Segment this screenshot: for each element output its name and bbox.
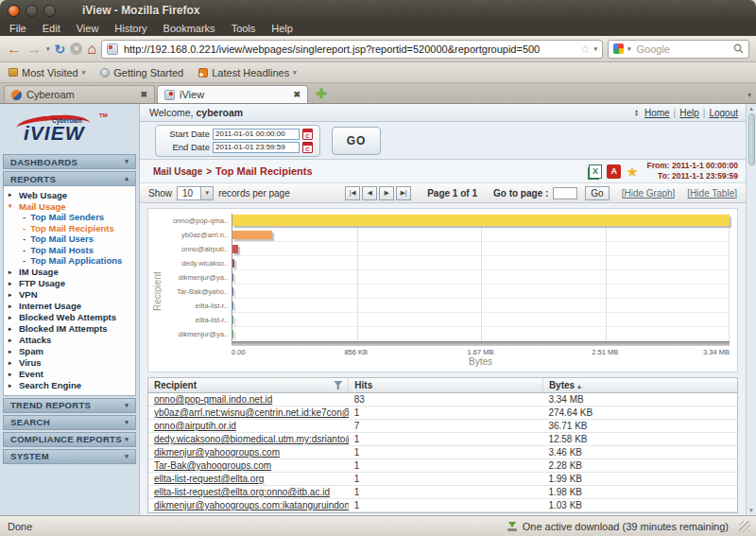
sidebar-item-im-usage[interactable]: ▸IM Usage (6, 267, 133, 278)
scroll-down-icon[interactable]: ▼ (748, 506, 754, 515)
chart-bar[interactable] (232, 215, 730, 226)
sidebar-item-top-mail-senders[interactable]: -Top Mail Senders (6, 212, 133, 223)
export-excel-icon[interactable]: X (589, 164, 602, 179)
search-input[interactable] (635, 43, 730, 56)
chart-bar[interactable] (232, 259, 234, 268)
recipient-link[interactable]: dikmenjur@yahoogroups.com:ikatanguruindo… (154, 500, 349, 510)
sidebar-item-event[interactable]: ▸Event (6, 369, 133, 380)
chart-bar[interactable] (232, 330, 233, 338)
search-icon[interactable] (733, 43, 744, 54)
url-bar[interactable]: ☆ ▾ (101, 40, 603, 59)
sidebar-item-top-mail-hosts[interactable]: -Top Mail Hosts (6, 245, 133, 256)
window-minimize-button[interactable] (26, 5, 38, 17)
tab-cyberoam[interactable]: Cyberoam ✖ (4, 85, 155, 103)
forward-icon[interactable]: → (26, 42, 42, 57)
home-icon[interactable]: ⌂ (87, 42, 96, 57)
chart-bar[interactable] (232, 287, 233, 296)
goto-page-button[interactable]: Go (585, 186, 609, 200)
reload-icon[interactable]: ↻ (55, 43, 66, 56)
sidebar-item-attacks[interactable]: ▸Attacks (6, 335, 133, 346)
bookmark-latest-headlines[interactable]: Latest Headlines ▾ (198, 67, 296, 78)
recipient-link[interactable]: yb0az@arrl.net:wisnu@centrin.net.id:ke7c… (154, 407, 349, 418)
recipient-link[interactable]: dedy.wicaksono@biomedical.utm.my:dsriant… (154, 434, 349, 444)
calendar-icon[interactable]: C (302, 129, 313, 140)
go-button[interactable]: GO (332, 127, 381, 155)
recipient-link[interactable]: ellta-list-request@ellta.org (154, 474, 264, 484)
menu-history[interactable]: History (114, 23, 146, 34)
sidebar-item-search-engine[interactable]: ▸Search Engine (6, 380, 133, 391)
sidebar-section-system[interactable]: SYSTEM ▾ (3, 449, 136, 464)
sidebar-section-dashboards[interactable]: DASHBOARDS ▾ (3, 154, 136, 169)
favorite-star-icon[interactable]: ★ (626, 164, 638, 179)
sidebar-item-spam[interactable]: ▸Spam (6, 346, 133, 357)
sidebar-item-internet-usage[interactable]: ▸Internet Usage (6, 301, 133, 312)
history-dropdown-icon[interactable]: ▾ (46, 45, 50, 52)
records-per-page-select[interactable]: 10 ▼ (177, 186, 214, 200)
prev-page-button[interactable]: ◀ (362, 186, 377, 200)
home-link[interactable]: Home (644, 108, 670, 118)
column-header-bytes[interactable]: Bytes▴ (542, 378, 737, 393)
resize-grip[interactable] (739, 521, 750, 532)
export-pdf-icon[interactable]: A (607, 164, 621, 179)
column-header-recipient[interactable]: Recipient (148, 378, 349, 393)
recipient-link[interactable]: onno@pop-qmail.indo.net.id (154, 394, 272, 405)
close-icon[interactable]: ✖ (293, 90, 301, 99)
sidebar-section-compliance-reports[interactable]: COMPLIANCE REPORTS ▾ (3, 432, 136, 447)
recipient-link[interactable]: dikmenjur@yahoogroups.com (154, 447, 280, 458)
hide-table-link[interactable]: [Hide Table] (687, 188, 737, 199)
sidebar-item-web-usage[interactable]: ▸Web Usage (6, 189, 133, 200)
breadcrumb-parent-link[interactable]: Mail Usage (153, 166, 202, 177)
menu-help[interactable]: Help (271, 23, 293, 34)
window-maximize-button[interactable] (43, 5, 56, 17)
download-status[interactable]: One active download (39 minutes remainin… (507, 521, 750, 532)
sidebar-item-virus[interactable]: ▸Virus (6, 357, 133, 369)
window-close-button[interactable] (8, 5, 20, 17)
bookmark-most-visited[interactable]: Most Visited ▾ (9, 67, 85, 78)
help-link[interactable]: Help (679, 108, 699, 118)
sidebar-section-search[interactable]: SEARCH ▾ (3, 415, 136, 430)
logout-link[interactable]: Logout (709, 108, 738, 118)
chart-bar[interactable] (232, 273, 233, 282)
new-tab-button[interactable]: ✚ (310, 86, 333, 103)
sidebar-item-top-mail-applications[interactable]: -Top Mail Applications (6, 255, 133, 267)
end-date-input[interactable] (213, 142, 300, 153)
sidebar-item-blocked-im-attempts[interactable]: ▸Blocked IM Attempts (6, 323, 133, 335)
sidebar-item-top-mail-users[interactable]: -Top Mail Users (6, 233, 133, 245)
sidebar-item-top-mail-recipients[interactable]: -Top Mail Recipients (6, 223, 133, 234)
goto-page-input[interactable] (553, 187, 577, 199)
chart-bar[interactable] (232, 302, 233, 310)
calendar-icon[interactable]: C (302, 142, 313, 153)
chart-bar[interactable] (232, 231, 272, 239)
tab-iview[interactable]: iView ✖ (157, 85, 308, 103)
menu-view[interactable]: View (77, 23, 99, 34)
hide-graph-link[interactable]: [Hide Graph] (622, 188, 676, 199)
recipient-link[interactable]: onno@airputih.or.id (154, 421, 236, 431)
menu-tools[interactable]: Tools (232, 23, 256, 34)
sidebar-section-reports[interactable]: REPORTS ▴ (3, 171, 136, 186)
bookmark-star-icon[interactable]: ☆ (580, 43, 591, 56)
sidebar-item-vpn[interactable]: ▸VPN (6, 289, 133, 301)
filter-icon[interactable] (334, 381, 342, 389)
menu-file[interactable]: File (9, 23, 26, 34)
url-dropdown-icon[interactable]: ▾ (593, 45, 597, 52)
menu-bookmarks[interactable]: Bookmarks (163, 23, 215, 34)
sidebar-item-blocked-web-attempts[interactable]: ▸Blocked Web Attempts (6, 312, 133, 323)
chart-bar[interactable] (232, 316, 233, 324)
scrollbar-thumb[interactable] (748, 113, 755, 165)
sidebar-item-ftp-usage[interactable]: ▸FTP Usage (6, 278, 133, 289)
bookmark-getting-started[interactable]: Getting Started (100, 67, 183, 78)
menu-edit[interactable]: Edit (43, 23, 60, 34)
back-icon[interactable]: ← (7, 42, 22, 57)
scroll-up-icon[interactable]: ▲ (748, 104, 754, 113)
column-header-hits[interactable]: Hits (349, 378, 543, 393)
list-all-tabs-icon[interactable]: ▾ (747, 91, 751, 99)
page-scrollbar[interactable]: ▲ ▼ (746, 104, 756, 515)
search-engine-dropdown-icon[interactable]: ▾ (627, 45, 631, 52)
url-input[interactable] (122, 43, 576, 56)
recipient-link[interactable]: ellta-list-request@ellta.org:onno@itb.ac… (154, 487, 330, 497)
search-bar[interactable]: ▾ (608, 40, 749, 59)
sidebar-item-mail-usage[interactable]: ▾Mail Usage (6, 200, 133, 212)
last-page-button[interactable]: ▶| (396, 186, 411, 200)
close-icon[interactable]: ✖ (140, 90, 147, 99)
start-date-input[interactable] (213, 129, 300, 140)
